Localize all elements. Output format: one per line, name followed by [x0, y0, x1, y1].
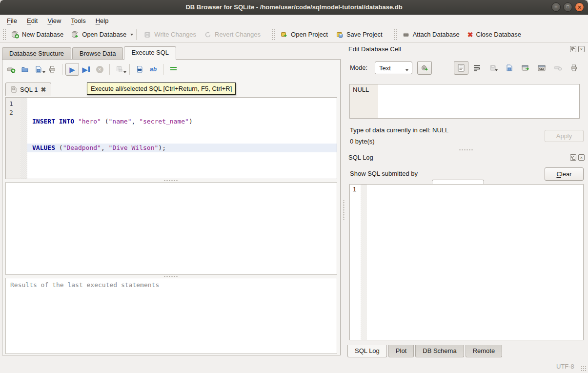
menu-view[interactable]: View [42, 16, 66, 26]
minimize-icon: − [554, 4, 557, 10]
log-line-numbers: 1 [350, 185, 361, 340]
import-cell-data-button[interactable] [417, 61, 432, 75]
cell-word-wrap-button[interactable] [470, 61, 485, 75]
open-project-button[interactable]: Open Project [276, 29, 332, 41]
toolbar-grip[interactable] [271, 29, 275, 41]
new-sql-tab-button[interactable] [4, 63, 18, 76]
clear-log-button[interactable]: Clear [545, 167, 584, 181]
format-sql-button[interactable] [166, 63, 180, 76]
bottom-tab-remote[interactable]: Remote [466, 345, 503, 357]
minimize-button[interactable]: − [551, 2, 561, 12]
tab-execute-sql[interactable]: Execute SQL [124, 46, 176, 60]
close-button[interactable]: × [575, 2, 584, 12]
menu-file[interactable]: File [2, 16, 22, 26]
find-button[interactable] [133, 63, 146, 76]
save-sql-file-button[interactable] [32, 63, 45, 76]
log-content[interactable] [367, 185, 583, 340]
tab-database-structure[interactable]: Database Structure [2, 47, 71, 60]
new-database-button[interactable]: New Database [7, 29, 67, 41]
log-line-number: 1 [353, 186, 356, 193]
dock-splitter[interactable] [459, 149, 473, 151]
open-database-icon [71, 31, 79, 39]
menu-tools[interactable]: Tools [66, 16, 90, 26]
sql-document-tab-label: SQL 1 [20, 86, 38, 93]
tab-browse-data[interactable]: Browse Data [72, 47, 123, 60]
cell-text-mode-button[interactable] [454, 61, 468, 75]
editor-code-area[interactable]: INSERT INTO "hero" ("name", "secret_name… [27, 98, 337, 179]
menu-edit[interactable]: Edit [22, 16, 42, 26]
stop-execution-button[interactable]: ✕ [93, 63, 106, 76]
write-changes-button[interactable]: Write Changes [140, 29, 200, 41]
attach-database-button[interactable]: Attach Database [398, 29, 464, 41]
dock-close-icon[interactable]: × [578, 154, 585, 161]
stop-icon: ✕ [96, 66, 103, 73]
cell-value-input[interactable] [378, 84, 579, 118]
cell-import-file-button[interactable] [486, 61, 501, 75]
sql-log-area[interactable]: 1 [349, 184, 584, 340]
close-icon: × [578, 4, 581, 10]
execute-all-button[interactable]: ▶ [65, 63, 79, 76]
toolbar-separator [136, 29, 137, 40]
cell-set-null-button[interactable] [550, 61, 565, 75]
execute-line-button[interactable]: ▶ [79, 63, 93, 76]
editor-fold-margin[interactable] [20, 98, 27, 179]
bottom-tab-sql-log[interactable]: SQL Log [347, 345, 387, 357]
edit-cell-dock-title: Edit Database Cell [348, 45, 568, 53]
cell-type-info: Type of data currently in cell: NULL [350, 126, 448, 134]
sql-editor[interactable]: 1 2 INSERT INTO "hero" ("name", "secret_… [5, 97, 337, 179]
show-sql-label: Show SQL submitted by [350, 170, 418, 177]
apply-button[interactable]: Apply [545, 130, 584, 142]
execute-tooltip: Execute all/selected SQL [Ctrl+Return, F… [87, 83, 236, 95]
dock-float-icon[interactable] [570, 46, 576, 52]
cell-print-button[interactable] [567, 61, 581, 75]
sql-toolbar-separator [109, 64, 110, 75]
line-number: 2 [9, 108, 20, 117]
results-placeholder: Results of the last executed statements [10, 281, 159, 289]
open-project-icon [280, 31, 288, 39]
save-results-button[interactable] [113, 63, 126, 76]
open-database-button[interactable]: Open Database [67, 29, 130, 41]
mode-select[interactable]: Text [375, 62, 412, 74]
window-controls: − □ × [551, 2, 584, 12]
sql-tab-close-icon[interactable]: ✖ [41, 86, 46, 93]
open-sql-file-button[interactable] [18, 63, 32, 76]
close-database-button[interactable]: ✖ Close Database [464, 29, 525, 40]
bottom-tab-plot[interactable]: Plot [388, 345, 414, 357]
dock-float-icon[interactable] [570, 154, 576, 161]
import-gear-icon [421, 64, 429, 72]
dock-close-icon[interactable]: × [578, 46, 585, 52]
print-sql-button[interactable] [45, 63, 59, 76]
autocomplete-button[interactable]: ab [146, 63, 160, 76]
bottom-dock-tab-bar: SQL Log Plot DB Schema Remote [347, 345, 504, 358]
sql-document-tab[interactable]: SQL 1 ✖ [5, 83, 51, 96]
code-line-2: VALUES ("Deadpond", "Dive Wilson"); [27, 144, 337, 152]
app-window: DB Browser for SQLite - /home/user/code/… [0, 0, 588, 373]
mode-label: Mode: [350, 64, 367, 71]
toolbar-grip[interactable] [393, 29, 397, 41]
log-fold-margin [361, 185, 367, 340]
encoding-indicator[interactable]: UTF-8 [556, 363, 574, 370]
open-database-dropdown-icon[interactable] [130, 34, 133, 37]
panel-splitter[interactable] [342, 200, 345, 220]
autocomplete-icon: ab [150, 66, 157, 73]
window-title: DB Browser for SQLite - /home/user/code/… [185, 3, 402, 11]
cell-open-in-app-button[interactable] [518, 61, 533, 75]
mode-select-value: Text [379, 64, 391, 72]
menu-help[interactable]: Help [91, 16, 114, 26]
cell-editor-icon-row [454, 61, 581, 75]
maximize-button[interactable]: □ [563, 2, 572, 12]
cell-export-file-button[interactable] [502, 61, 517, 75]
sql-toolbar-separator [62, 64, 62, 75]
cell-value-editor[interactable]: NULL [349, 84, 580, 119]
results-message-area[interactable]: Results of the last executed statements [5, 278, 337, 354]
results-grid[interactable] [5, 182, 337, 275]
bottom-tab-db-schema[interactable]: DB Schema [415, 345, 464, 357]
revert-changes-button[interactable]: Revert Changes [200, 29, 264, 41]
save-project-button[interactable]: Save Project [332, 29, 386, 41]
toolbar-grip[interactable] [2, 29, 6, 41]
resize-grip[interactable] [581, 366, 587, 372]
cell-copy-link-button[interactable] [534, 61, 549, 75]
save-results-dropdown-icon [123, 71, 126, 75]
code-line-1: INSERT INTO "hero" ("name", "secret_name… [27, 117, 337, 126]
main-toolbar: New Database Open Database Write Changes… [0, 26, 588, 43]
